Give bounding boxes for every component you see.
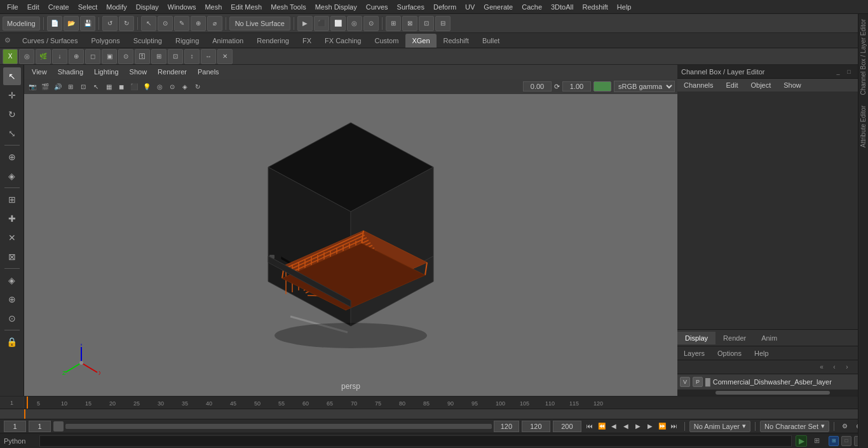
- pb-next-key[interactable]: ⏩: [656, 421, 668, 432]
- sidebar-tool12[interactable]: ⊕: [3, 290, 21, 308]
- select-btn[interactable]: ↖: [141, 16, 156, 31]
- menu-meshtools[interactable]: Mesh Tools: [266, 2, 310, 12]
- menu-meshdisplay[interactable]: Mesh Display: [311, 2, 362, 12]
- vp-tb-wireframe[interactable]: ▦: [103, 81, 114, 92]
- color-swatch[interactable]: [593, 81, 611, 92]
- menu-uv[interactable]: UV: [461, 2, 479, 12]
- frame-input[interactable]: [29, 421, 51, 432]
- python-run-btn[interactable]: ▶: [796, 435, 807, 447]
- vp-menu-panels[interactable]: Panels: [193, 67, 224, 77]
- range-track[interactable]: [65, 424, 492, 429]
- vp-menu-show[interactable]: Show: [125, 67, 153, 77]
- tab-xgen[interactable]: XGen: [405, 34, 436, 48]
- rotation-x-input[interactable]: [523, 81, 552, 92]
- color-space-select[interactable]: sRGB gamma: [614, 81, 675, 92]
- tab-redshift[interactable]: Redshift: [437, 34, 475, 48]
- menu-editmesh[interactable]: Edit Mesh: [226, 2, 266, 12]
- vp-tb-light[interactable]: 💡: [141, 81, 153, 92]
- save-scene-btn[interactable]: 💾: [80, 16, 95, 31]
- menu-display[interactable]: Display: [132, 2, 163, 12]
- menu-create[interactable]: Create: [44, 2, 74, 12]
- tab-fx-caching[interactable]: FX Caching: [318, 34, 367, 48]
- vp-menu-renderer[interactable]: Renderer: [153, 67, 192, 77]
- xgen-tool-8[interactable]: ⊙: [118, 49, 133, 64]
- xgen-tool-6[interactable]: ◻: [85, 49, 100, 64]
- open-scene-btn[interactable]: 📂: [64, 16, 79, 31]
- viewport[interactable]: View Shading Lighting Show Renderer Pane…: [24, 65, 677, 396]
- vp-tb-refresh[interactable]: ↻: [192, 81, 203, 92]
- tab-rigging[interactable]: Rigging: [169, 34, 205, 48]
- tab-sculpting[interactable]: Sculpting: [127, 34, 168, 48]
- edit-menu[interactable]: Edit: [719, 79, 744, 92]
- menu-edit[interactable]: Edit: [23, 2, 44, 12]
- zoom-input[interactable]: [562, 81, 591, 92]
- layout3-btn[interactable]: ⊡: [419, 16, 434, 31]
- tab-animation[interactable]: Animation: [206, 34, 250, 48]
- xgen-tool-9[interactable]: ⚿: [135, 49, 150, 64]
- render-tab[interactable]: Render: [715, 332, 754, 344]
- vp-tb-camera[interactable]: 📷: [27, 81, 38, 92]
- tab-settings-icon[interactable]: ⚙: [3, 36, 13, 46]
- sidebar-tool13[interactable]: ⊙: [3, 309, 21, 327]
- menu-windows[interactable]: Windows: [163, 2, 201, 12]
- current-frame-left[interactable]: [4, 421, 26, 432]
- render3-btn[interactable]: ⬜: [330, 16, 346, 31]
- help-menu[interactable]: Help: [748, 348, 775, 358]
- settings-btn[interactable]: ⚙: [839, 421, 850, 432]
- tab-fx[interactable]: FX: [296, 34, 318, 48]
- layer-prev[interactable]: ‹: [829, 362, 840, 373]
- soft-select-btn[interactable]: ⊕: [191, 16, 206, 31]
- mode-dropdown[interactable]: Modeling: [3, 17, 40, 31]
- render4-btn[interactable]: ◎: [347, 16, 362, 31]
- menu-3dtooall[interactable]: 3DtoAll: [546, 2, 578, 12]
- layout-btn[interactable]: ⊞: [386, 16, 401, 31]
- menu-generate[interactable]: Generate: [479, 2, 517, 12]
- layers-menu[interactable]: Layers: [677, 348, 711, 358]
- vp-menu-view[interactable]: View: [27, 67, 52, 77]
- vp-tb-audio[interactable]: 🔊: [52, 81, 64, 92]
- sidebar-tool11[interactable]: ◈: [3, 271, 21, 289]
- python-icon[interactable]: ⊞: [811, 435, 822, 447]
- frame-range-end[interactable]: [522, 421, 550, 432]
- paint-btn[interactable]: ✎: [174, 16, 189, 31]
- xgen-tool-14[interactable]: ✕: [217, 49, 233, 64]
- layout4-btn[interactable]: ⊟: [435, 16, 451, 31]
- tab-curves-surfaces[interactable]: Curves / Surfaces: [16, 34, 84, 48]
- xgen-tool-4[interactable]: ↓: [52, 49, 67, 64]
- xgen-tool-2[interactable]: ◎: [19, 49, 34, 64]
- panel-min-btn[interactable]: _: [834, 67, 843, 76]
- options-menu[interactable]: Options: [711, 348, 748, 358]
- xgen-tool-5[interactable]: ⊕: [69, 49, 84, 64]
- xgen-tool-12[interactable]: ↕: [184, 49, 200, 64]
- sidebar-tool14[interactable]: 🔒: [3, 333, 21, 351]
- object-menu[interactable]: Object: [744, 79, 777, 92]
- anim-tab[interactable]: Anim: [754, 332, 785, 344]
- edge-attribute-label[interactable]: Attribute Editor: [858, 100, 868, 153]
- xgen-tool-1[interactable]: X: [3, 49, 18, 64]
- live-surface-btn[interactable]: No Live Surface: [229, 17, 290, 31]
- sidebar-tool10[interactable]: ⊠: [3, 248, 21, 266]
- panel-max-btn[interactable]: □: [844, 67, 853, 76]
- render5-btn[interactable]: ⊙: [363, 16, 379, 31]
- show-menu[interactable]: Show: [777, 79, 808, 92]
- pb-play-fwd[interactable]: ▶: [632, 421, 644, 432]
- layout2-btn[interactable]: ⊠: [402, 16, 417, 31]
- timeline-scrubber[interactable]: [0, 409, 868, 419]
- menu-mesh[interactable]: Mesh: [200, 2, 226, 12]
- vp-tb-hud[interactable]: ⊡: [78, 81, 89, 92]
- new-scene-btn[interactable]: 📄: [47, 16, 62, 31]
- vp-tb-grid[interactable]: ⊞: [65, 81, 76, 92]
- range-thumb-left[interactable]: [53, 421, 64, 431]
- menu-select[interactable]: Select: [74, 2, 102, 12]
- display-tab[interactable]: Display: [677, 332, 715, 344]
- sidebar-scale-icon[interactable]: ⤡: [3, 125, 21, 142]
- pb-prev-frame[interactable]: ◀: [608, 421, 620, 432]
- menu-file[interactable]: File: [3, 2, 23, 12]
- vp-tb-texture[interactable]: ⬛: [128, 81, 140, 92]
- render-btn[interactable]: ▶: [297, 16, 313, 31]
- layer-visibility-btn[interactable]: V: [680, 377, 690, 387]
- layer-goto-start[interactable]: «: [816, 362, 827, 373]
- layer-playback-btn[interactable]: P: [693, 377, 703, 387]
- sidebar-move-icon[interactable]: ✛: [3, 86, 21, 104]
- win-btn-2[interactable]: □: [841, 436, 851, 446]
